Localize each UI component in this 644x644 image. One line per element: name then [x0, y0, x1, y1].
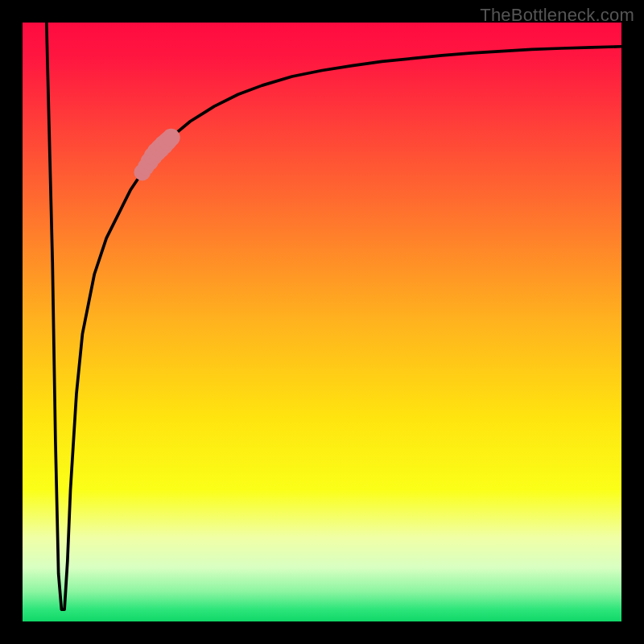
bottleneck-curve	[47, 23, 621, 609]
highlight-dot	[162, 129, 180, 147]
plot-area	[23, 23, 621, 621]
highlight-segment	[134, 129, 180, 181]
curve-svg	[23, 23, 621, 621]
chart-frame: TheBottleneck.com	[0, 0, 644, 644]
